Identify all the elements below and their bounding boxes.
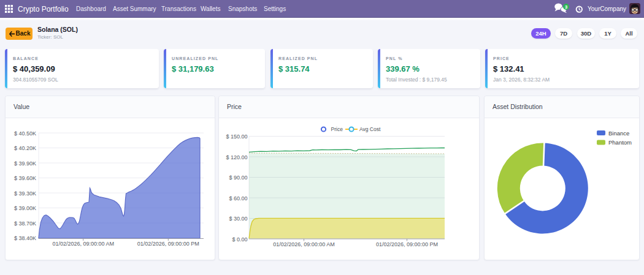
svg-text:01/02/2026, 09:00:00 AM: 01/02/2026, 09:00:00 AM — [273, 241, 335, 247]
svg-text:$ 39.00K: $ 39.00K — [14, 205, 36, 211]
svg-text:Phantom: Phantom — [608, 139, 632, 146]
svg-text:$ 38.40K: $ 38.40K — [14, 235, 36, 241]
svg-text:01/02/2026, 09:00:00 PM: 01/02/2026, 09:00:00 PM — [376, 241, 438, 247]
svg-text:$ 39.30K: $ 39.30K — [14, 190, 36, 197]
svg-text:Binance: Binance — [608, 130, 629, 137]
svg-text:3: 3 — [565, 4, 567, 10]
svg-text:$ 39.90K: $ 39.90K — [14, 160, 36, 167]
svg-text:01/02/2026, 09:00:00 AM: 01/02/2026, 09:00:00 AM — [52, 241, 114, 247]
svg-text:$ 38.70K: $ 38.70K — [14, 220, 36, 227]
svg-text:$ 0.00: $ 0.00 — [232, 236, 247, 243]
svg-text:$ 60.00: $ 60.00 — [229, 195, 247, 202]
svg-text:01/02/2026, 09:00:00 PM: 01/02/2026, 09:00:00 PM — [137, 241, 199, 247]
svg-text:Avg Cost: Avg Cost — [359, 126, 381, 132]
svg-text:$ 30.00: $ 30.00 — [229, 216, 247, 222]
svg-text:$ 90.00: $ 90.00 — [229, 175, 247, 181]
svg-text:$ 150.00: $ 150.00 — [226, 134, 247, 140]
svg-text:$ 39.60K: $ 39.60K — [14, 175, 36, 181]
svg-text:$ 40.50K: $ 40.50K — [14, 130, 36, 137]
svg-text:Price: Price — [331, 126, 343, 132]
svg-text:$ 120.00: $ 120.00 — [226, 154, 247, 160]
svg-text:$ 40.20K: $ 40.20K — [14, 145, 36, 151]
